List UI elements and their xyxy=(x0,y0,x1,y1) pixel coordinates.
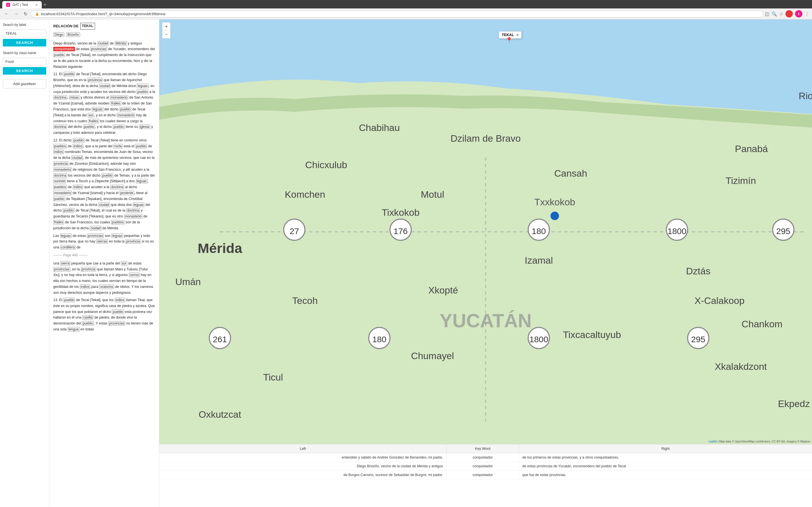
svg-text:Ekpedz: Ekpedz xyxy=(778,398,810,409)
svg-text:295: 295 xyxy=(691,335,705,344)
merida-tag: Mérida xyxy=(115,41,127,46)
svg-text:Txxkokob: Txxkokob xyxy=(534,196,575,207)
lock-icon: 🔒 xyxy=(35,12,39,16)
svg-text:Komchen: Komchen xyxy=(285,189,325,200)
tab-close-button[interactable]: × xyxy=(36,3,38,7)
ciudad-tag: ciudad xyxy=(97,41,109,46)
svg-text:Panabá: Panabá xyxy=(735,144,768,154)
class-search-input[interactable] xyxy=(3,58,46,65)
para12: 12. El dicho pueblo de Tecal [Tekal] tie… xyxy=(53,137,155,231)
cell-keyword: conquistador xyxy=(447,462,519,471)
svg-text:27: 27 xyxy=(290,226,299,236)
text-body: Diego Brizeño, vecino de la ciudad de Mé… xyxy=(53,41,155,332)
app-container: Search by label SEARCH Search by class n… xyxy=(0,19,812,506)
map-credit: Leaflet | Map data © OpenStreetMap contr… xyxy=(709,440,810,443)
address-bar[interactable]: 🔒 localhost:63342/GTA-Project/index.html… xyxy=(31,10,763,17)
svg-text:Xkalakdzont: Xkalakdzont xyxy=(715,361,767,372)
svg-text:Umán: Umán xyxy=(175,276,201,287)
author-tag: Diego xyxy=(53,33,64,37)
search-by-label-section: Search by label SEARCH xyxy=(3,23,46,47)
results-table: Left Key Word Right entendido y sabido d… xyxy=(159,445,812,480)
svg-text:Dzilam de Bravo: Dzilam de Bravo xyxy=(451,133,521,144)
svg-text:YUCATÁN: YUCATÁN xyxy=(440,310,532,331)
svg-text:Chankom: Chankom xyxy=(742,319,782,329)
svg-point-48 xyxy=(550,212,559,220)
cell-left: de Burgos Cansino, sucesor de Sebastián … xyxy=(159,471,447,480)
svg-text:Dztás: Dztás xyxy=(686,266,711,276)
zoom-out-button[interactable]: − xyxy=(162,31,170,38)
nav-bar: ← → ↻ 🔒 localhost:63342/GTA-Project/inde… xyxy=(0,8,812,19)
tab-bar: G GAT | Test × + xyxy=(0,0,812,8)
svg-text:Tecoh: Tecoh xyxy=(292,295,318,306)
main-content: RELACIÓN DE TEKAL Diego Brizeño Diego Br… xyxy=(49,19,812,506)
tab-title: GAT | Test xyxy=(12,3,28,7)
add-gazetteer-button[interactable]: Add gazetteer xyxy=(3,79,46,89)
svg-text:180: 180 xyxy=(532,226,546,236)
tekal-badge: TEKAL xyxy=(80,23,95,30)
cell-right: que fue de estas provincias. xyxy=(519,471,812,480)
para11: 11. El pueblo de Tecal [Tekal], encomien… xyxy=(53,71,155,136)
svg-text:Chabihau: Chabihau xyxy=(359,122,400,133)
cell-right: de los primeros de estas provincias, y a… xyxy=(519,453,812,462)
search-icon[interactable]: 🔍 xyxy=(771,11,777,17)
svg-text:180: 180 xyxy=(372,335,386,344)
class-search-button[interactable]: SEARCH xyxy=(3,67,46,75)
svg-text:Tixkokob: Tixkokob xyxy=(382,207,419,218)
cell-keyword: conquistador xyxy=(447,471,519,480)
para-leguas: Las leguas de estas provincias son legua… xyxy=(53,233,155,250)
bookmark-icon[interactable]: ☆ xyxy=(779,11,783,17)
para-sierra: una sierra pequeña que cae a la parte de… xyxy=(53,261,155,295)
right-panel: 27 176 180 1800 295 261 180 1800 xyxy=(159,19,812,506)
col-right-header: Right xyxy=(519,445,812,453)
label-search-button[interactable]: SEARCH xyxy=(3,39,46,47)
svg-text:Rio Lagartos: Rio Lagartos xyxy=(799,91,812,101)
tab-icon: G xyxy=(6,3,10,7)
relacion-prefix: RELACIÓN DE xyxy=(53,23,79,29)
svg-text:1800: 1800 xyxy=(529,335,548,344)
zoom-in-button[interactable]: + xyxy=(162,22,170,31)
menu-icon[interactable]: ⋮ xyxy=(805,11,809,17)
svg-text:Oxkutzcat: Oxkutzcat xyxy=(199,409,241,420)
forward-button[interactable]: → xyxy=(12,11,20,17)
class-label-label: Search by class name xyxy=(3,51,46,55)
cell-left: Diego Brizeño, vecino de la ciudad de Mé… xyxy=(159,462,447,471)
svg-text:Cansah: Cansah xyxy=(554,168,587,179)
avatar[interactable]: I xyxy=(795,10,802,17)
leaflet-link[interactable]: Leaflet xyxy=(709,440,717,443)
label-search-input[interactable] xyxy=(3,30,46,37)
map-popup-close-button[interactable]: × xyxy=(516,33,518,37)
cell-right: de estas provincias de Yucatán, encomend… xyxy=(519,462,812,471)
col-left-header: Left xyxy=(159,445,447,453)
col-keyword-header: Key Word xyxy=(447,445,519,453)
svg-text:Izamal: Izamal xyxy=(525,255,553,266)
map-controls: + − xyxy=(162,22,170,39)
conquistador-tag: conquistador xyxy=(53,47,75,51)
svg-text:Tizimín: Tizimín xyxy=(725,175,756,186)
reload-button[interactable]: ↻ xyxy=(22,11,29,17)
notification-icon[interactable] xyxy=(785,10,793,17)
table-row: de Burgos Cansino, sucesor de Sebastián … xyxy=(159,471,812,480)
svg-text:X-Calakoop: X-Calakoop xyxy=(695,295,744,306)
back-button[interactable]: ← xyxy=(3,11,11,17)
intro-paragraph: Diego Brizeño, vecino de la ciudad de Mé… xyxy=(53,41,155,70)
text-panel: RELACIÓN DE TEKAL Diego Brizeño Diego Br… xyxy=(49,19,159,506)
svg-text:295: 295 xyxy=(776,226,790,236)
table-body: entendido y sabido de Andrés González de… xyxy=(159,453,812,480)
svg-text:1800: 1800 xyxy=(668,226,687,236)
svg-text:Ticul: Ticul xyxy=(263,372,283,383)
provincias-tag: provincias xyxy=(90,47,107,51)
cast-icon[interactable]: ◫ xyxy=(765,11,769,17)
search-label-label: Search by label xyxy=(3,23,46,27)
svg-text:Xkopté: Xkopté xyxy=(428,285,458,295)
svg-text:Tixcacaltuyub: Tixcacaltuyub xyxy=(563,329,621,340)
active-tab[interactable]: G GAT | Test × xyxy=(2,1,42,8)
map-marker[interactable]: 📍 xyxy=(505,37,513,44)
cell-left: entendido y sabido de Andrés González de… xyxy=(159,453,447,462)
results-table-container: Left Key Word Right entendido y sabido d… xyxy=(159,444,812,506)
map-popup-text: TEKAL xyxy=(502,33,514,37)
page-separator: -------- Page 440 -------- xyxy=(53,252,155,258)
new-tab-button[interactable]: + xyxy=(43,2,47,8)
author-line: Diego Brizeño xyxy=(53,32,155,38)
map-container[interactable]: 27 176 180 1800 295 261 180 1800 xyxy=(159,19,812,444)
sidebar: Search by label SEARCH Search by class n… xyxy=(0,19,49,506)
